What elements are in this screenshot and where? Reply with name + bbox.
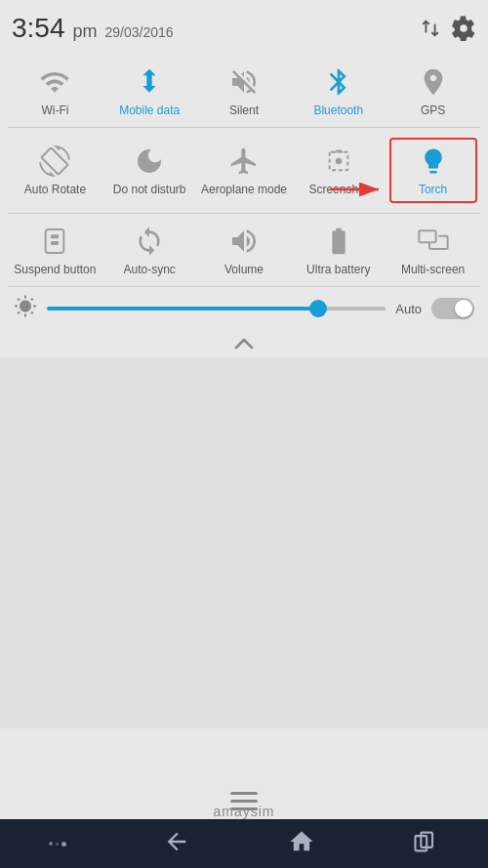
suspend-icon bbox=[37, 224, 72, 259]
brightness-auto-toggle[interactable] bbox=[431, 298, 474, 319]
status-time: 3:54 pm 29/03/2016 bbox=[12, 13, 174, 44]
wifi-tile[interactable]: Wi-Fi bbox=[11, 64, 99, 117]
wifi-label: Wi-Fi bbox=[41, 103, 68, 117]
auto-rotate-icon bbox=[37, 144, 72, 179]
aeroplane-tile[interactable]: Aeroplane mode bbox=[200, 144, 288, 196]
suspend-label: Suspend button bbox=[14, 263, 96, 276]
multi-screen-label: Multi-screen bbox=[401, 263, 465, 276]
do-not-disturb-label: Do not disturb bbox=[113, 183, 186, 196]
home-icon bbox=[288, 828, 315, 855]
main-content bbox=[0, 357, 488, 728]
svg-rect-9 bbox=[230, 800, 258, 803]
mobile-data-icon bbox=[132, 64, 167, 100]
silent-icon bbox=[226, 64, 262, 100]
back-button[interactable] bbox=[163, 828, 190, 859]
bluetooth-label: Bluetooth bbox=[313, 103, 363, 117]
red-arrow-annotation bbox=[330, 178, 388, 205]
brightness-thumb[interactable] bbox=[309, 300, 327, 317]
silent-label: Silent bbox=[229, 103, 259, 117]
gps-icon bbox=[416, 64, 451, 100]
brightness-auto-label: Auto bbox=[395, 302, 422, 316]
screenshot-icon bbox=[321, 144, 356, 179]
auto-rotate-tile[interactable]: Auto Rotate bbox=[11, 144, 99, 196]
data-transfer-icon bbox=[420, 18, 441, 39]
silent-tile[interactable]: Silent bbox=[200, 64, 288, 117]
nav-decoration bbox=[49, 842, 66, 847]
do-not-disturb-icon bbox=[132, 144, 167, 179]
status-icons bbox=[420, 16, 476, 41]
aeroplane-icon bbox=[226, 144, 262, 179]
quick-settings-row-3: Suspend button Auto-sync Volume Ultra ba… bbox=[0, 214, 488, 286]
ampm-display: pm bbox=[73, 21, 98, 42]
mobile-data-tile[interactable]: Mobile data bbox=[105, 64, 193, 117]
volume-label: Volume bbox=[224, 263, 264, 276]
gps-label: GPS bbox=[421, 103, 445, 117]
volume-tile[interactable]: Volume bbox=[200, 224, 288, 276]
torch-icon bbox=[416, 144, 451, 179]
auto-sync-tile[interactable]: Auto-sync bbox=[105, 224, 193, 276]
bluetooth-tile[interactable]: Bluetooth bbox=[295, 64, 383, 117]
brightness-row: Auto bbox=[0, 287, 488, 330]
gps-tile[interactable]: GPS bbox=[389, 64, 477, 117]
torch-label: Torch bbox=[419, 183, 447, 196]
svg-rect-5 bbox=[51, 234, 59, 238]
svg-rect-6 bbox=[51, 241, 59, 245]
quick-settings-row-1: Wi-Fi Mobile data Silent Bluetooth bbox=[0, 55, 488, 127]
settings-icon[interactable] bbox=[451, 16, 476, 41]
recent-apps-icon bbox=[412, 828, 439, 855]
time-display: 3:54 bbox=[12, 13, 65, 44]
hamburger-icon bbox=[230, 792, 258, 811]
back-icon bbox=[163, 828, 190, 855]
brightness-slider[interactable] bbox=[47, 307, 386, 310]
brightness-fill bbox=[47, 307, 318, 310]
svg-rect-10 bbox=[230, 807, 258, 810]
recent-apps-button[interactable] bbox=[412, 828, 439, 859]
do-not-disturb-tile[interactable]: Do not disturb bbox=[105, 144, 193, 196]
ultra-battery-tile[interactable]: Ultra battery bbox=[295, 224, 383, 276]
status-bar: 3:54 pm 29/03/2016 bbox=[0, 0, 488, 55]
volume-icon bbox=[226, 224, 262, 259]
home-button[interactable] bbox=[288, 828, 315, 859]
bluetooth-icon bbox=[321, 64, 356, 100]
quick-settings-row-2: Auto Rotate Do not disturb Aeroplane mod… bbox=[0, 128, 488, 212]
multi-screen-icon bbox=[416, 224, 451, 259]
auto-sync-icon bbox=[132, 224, 167, 259]
svg-rect-8 bbox=[230, 792, 258, 795]
wifi-icon bbox=[37, 64, 72, 100]
ultra-battery-label: Ultra battery bbox=[306, 263, 370, 276]
collapse-row[interactable] bbox=[0, 330, 488, 357]
svg-point-3 bbox=[335, 158, 342, 165]
navigation-bar bbox=[0, 819, 488, 868]
date-display: 29/03/2016 bbox=[105, 24, 174, 40]
torch-tile[interactable]: Torch bbox=[389, 138, 477, 202]
collapse-icon bbox=[232, 336, 256, 351]
ultra-battery-icon bbox=[321, 224, 356, 259]
menu-icon-bar[interactable] bbox=[0, 788, 488, 815]
aeroplane-label: Aeroplane mode bbox=[201, 183, 287, 196]
auto-rotate-label: Auto Rotate bbox=[24, 183, 86, 196]
mobile-data-label: Mobile data bbox=[119, 103, 180, 117]
suspend-tile[interactable]: Suspend button bbox=[11, 224, 99, 276]
multi-screen-tile[interactable]: Multi-screen bbox=[389, 224, 477, 276]
brightness-icon bbox=[14, 295, 37, 322]
toggle-thumb bbox=[455, 300, 472, 317]
auto-sync-label: Auto-sync bbox=[124, 263, 176, 276]
